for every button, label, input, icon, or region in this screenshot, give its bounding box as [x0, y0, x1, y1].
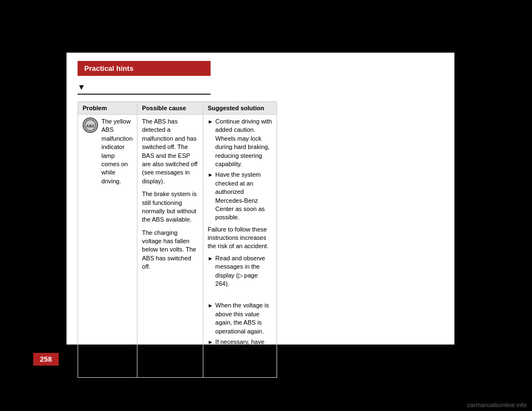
problem-cell: ABS The yellow ABS malfunction indicator… — [78, 115, 137, 378]
page-number: 258 — [33, 353, 59, 366]
col-header-problem: Problem — [78, 102, 137, 115]
section-header: Practical hints — [78, 61, 211, 76]
warning-note: Failure to follow these instructions inc… — [208, 225, 272, 251]
solution-item-3: ► Read and observe messages in the displ… — [208, 254, 272, 289]
solution-text-4: When the voltage is above this value aga… — [216, 301, 272, 336]
solution-text-1: Continue driving with added caution. Whe… — [216, 117, 272, 168]
svg-text:ABS: ABS — [86, 124, 95, 128]
arrow-icon-3: ► — [208, 255, 213, 289]
solution-text-3: Read and observe messages in the display… — [216, 254, 272, 289]
solution-item-5: ► If necessary, have the generator (alte… — [208, 338, 272, 372]
section-divider — [78, 94, 211, 95]
abs-warning-icon: ABS — [83, 117, 98, 133]
cause-2: The brake system is still functioning no… — [142, 190, 198, 224]
solution-text-5: If necessary, have the generator (altern… — [216, 338, 272, 372]
table-row: ABS The yellow ABS malfunction indicator… — [78, 115, 277, 378]
section-marker: ▼ — [78, 83, 443, 91]
hints-table: Problem Possible cause Suggested solutio… — [78, 101, 277, 378]
arrow-icon-2: ► — [208, 171, 213, 222]
watermark: carmanualsonline.info — [467, 402, 526, 408]
solution-item-1: ► Continue driving with added caution. W… — [208, 117, 272, 168]
col-header-solution: Suggested solution — [203, 102, 277, 115]
cause-cell: The ABS has detected a malfunction and h… — [137, 115, 203, 378]
solution-cell: ► Continue driving with added caution. W… — [203, 115, 277, 378]
solution-item-4: ► When the voltage is above this value a… — [208, 301, 272, 336]
cause-1: The ABS has detected a malfunction and h… — [142, 117, 198, 186]
problem-description: The yellow ABS malfunction indicator lam… — [101, 117, 132, 186]
content-area: Practical hints ▼ Problem Possible cause… — [66, 53, 454, 345]
arrow-icon-1: ► — [208, 118, 213, 168]
solution-text-2: Have the system checked at an authorized… — [216, 171, 272, 222]
solution-item-2: ► Have the system checked at an authoriz… — [208, 171, 272, 222]
arrow-icon-5: ► — [208, 338, 213, 372]
arrow-icon-4: ► — [208, 302, 213, 336]
col-header-cause: Possible cause — [137, 102, 203, 115]
cause-3: The charging voltage has fallen below te… — [142, 229, 198, 271]
